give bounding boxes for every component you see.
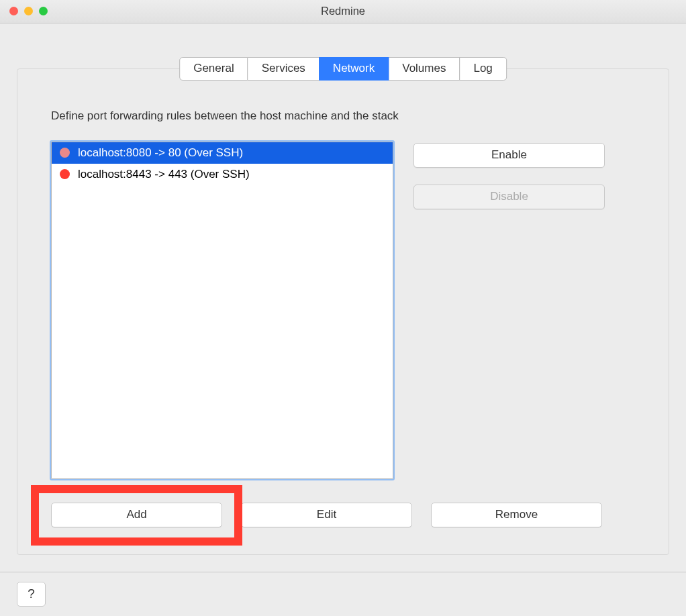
content-area: General Services Network Volumes Log Def… [0, 23, 686, 572]
close-icon[interactable] [9, 7, 18, 15]
rules-area: localhost:8080 -> 80 (Over SSH) localhos… [51, 142, 635, 479]
titlebar: Redmine [0, 0, 686, 23]
tab-log[interactable]: Log [459, 57, 506, 81]
add-button[interactable]: Add [51, 503, 222, 527]
status-dot-icon [60, 169, 70, 179]
rules-list[interactable]: localhost:8080 -> 80 (Over SSH) localhos… [51, 142, 393, 479]
tab-volumes[interactable]: Volumes [388, 57, 460, 81]
rule-text: localhost:8443 -> 443 (Over SSH) [78, 168, 250, 181]
traffic-lights [9, 7, 48, 15]
status-dot-icon [60, 148, 70, 158]
main-panel: Define port forwarding rules between the… [17, 68, 669, 555]
edit-button[interactable]: Edit [241, 503, 412, 527]
tabs: General Services Network Volumes Log [179, 57, 507, 81]
tab-services[interactable]: Services [248, 57, 320, 81]
rule-item[interactable]: localhost:8080 -> 80 (Over SSH) [52, 142, 393, 164]
disable-button: Disable [413, 185, 605, 209]
enable-button[interactable]: Enable [413, 143, 605, 168]
remove-button[interactable]: Remove [431, 503, 602, 527]
rule-text: localhost:8080 -> 80 (Over SSH) [78, 146, 243, 160]
network-description: Define port forwarding rules between the… [51, 109, 635, 123]
side-buttons: Enable Disable [413, 142, 605, 479]
rule-item[interactable]: localhost:8443 -> 443 (Over SSH) [52, 164, 393, 185]
window: Redmine General Services Network Volumes… [0, 0, 686, 616]
bottom-buttons: Add Edit Remove [51, 503, 635, 527]
tab-general[interactable]: General [179, 57, 248, 81]
minimize-icon[interactable] [24, 7, 33, 15]
tab-network[interactable]: Network [319, 57, 389, 81]
window-title: Redmine [321, 5, 365, 17]
maximize-icon[interactable] [39, 7, 48, 15]
help-button[interactable]: ? [17, 582, 46, 607]
footer-bar: ? [0, 572, 686, 616]
